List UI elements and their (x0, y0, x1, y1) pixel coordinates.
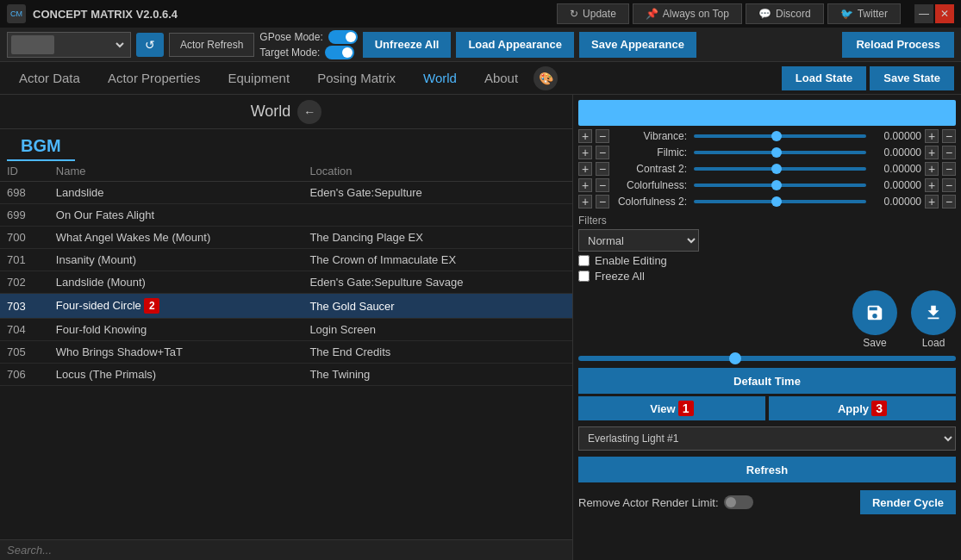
slider-thumb-4[interactable] (771, 196, 782, 207)
time-slider-thumb[interactable] (729, 352, 741, 364)
slider-track-1[interactable] (694, 151, 866, 154)
save-button[interactable] (852, 290, 897, 335)
slider-track-0[interactable] (694, 134, 866, 138)
palette-icon[interactable]: 🎨 (534, 66, 558, 90)
table-row[interactable]: 699 On Our Fates Alight (0, 204, 572, 227)
bgm-table: ID Name Location 698 Landslide Eden's Ga… (0, 161, 572, 539)
freeze-all-label: Freeze All (595, 270, 645, 283)
load-button[interactable] (911, 290, 956, 335)
close-button[interactable]: ✕ (935, 4, 954, 23)
enable-editing-checkbox[interactable] (578, 255, 590, 266)
slider-track-3[interactable] (694, 184, 866, 187)
slider-inc-0[interactable]: + (925, 129, 939, 143)
slider-dec-0[interactable]: − (942, 129, 956, 143)
slider-dec-4[interactable]: − (942, 195, 956, 208)
minimize-button[interactable]: — (914, 4, 933, 23)
back-button[interactable]: ← (297, 100, 321, 124)
slider-row-3: + − Colorfulness: 0.00000 + − (578, 178, 956, 192)
refresh-icon-button[interactable]: ↺ (136, 33, 164, 57)
load-state-button[interactable]: Load State (782, 66, 866, 90)
save-state-button[interactable]: Save State (870, 66, 954, 90)
everlasting-select[interactable]: Everlasting Light #1 (578, 426, 956, 451)
slider-dec-3[interactable]: − (942, 178, 956, 192)
slider-inc-4[interactable]: + (925, 195, 939, 208)
table-row[interactable]: 702 Landslide (Mount) Eden's Gate:Sepult… (0, 271, 572, 294)
cell-name: Who Brings Shadow+TaT (49, 341, 303, 364)
table-row[interactable]: 703 Four-sided Circle 2 The Gold Saucer (0, 294, 572, 319)
actor-refresh-button[interactable]: Actor Refresh (169, 33, 254, 57)
gpose-mode-toggle[interactable] (328, 30, 358, 44)
slider-value-3: 0.00000 (870, 179, 921, 191)
slider-dec-1[interactable]: − (942, 146, 956, 159)
cell-id: 703 (0, 294, 49, 319)
load-appearance-button[interactable]: Load Appearance (456, 32, 574, 58)
search-input[interactable] (7, 544, 179, 557)
render-cycle-button[interactable]: Render Cycle (860, 490, 956, 514)
slider-plus-0[interactable]: + (578, 129, 592, 143)
slider-minus-1[interactable]: − (596, 146, 609, 159)
slider-inc-3[interactable]: + (925, 178, 939, 192)
slider-minus-3[interactable]: − (596, 178, 609, 192)
default-time-button[interactable]: Default Time (578, 368, 956, 394)
view-badge: 1 (678, 401, 694, 416)
slider-minus-2[interactable]: − (596, 162, 609, 176)
render-toggle[interactable] (724, 495, 753, 509)
table-row[interactable]: 704 Four-fold Knowing Login Screen (0, 319, 572, 341)
load-icon (924, 303, 943, 322)
table-row[interactable]: 700 What Angel Wakes Me (Mount) The Danc… (0, 227, 572, 249)
refresh-icon: ↺ (145, 38, 155, 52)
remove-actor-render-label: Remove Actor Render Limit: (578, 496, 719, 509)
discord-button[interactable]: 💬 Discord (746, 3, 824, 24)
save-appearance-button[interactable]: Save Appearance (579, 32, 696, 58)
slider-plus-3[interactable]: + (578, 178, 592, 192)
table-row[interactable]: 705 Who Brings Shadow+TaT The End Credit… (0, 341, 572, 364)
actor-select[interactable] (58, 33, 127, 57)
time-slider[interactable] (578, 356, 956, 361)
update-icon: ↻ (570, 8, 578, 20)
table-row[interactable]: 701 Insanity (Mount) The Crown of Immacu… (0, 249, 572, 271)
tab-world[interactable]: World (411, 65, 469, 90)
state-buttons: Load State Save State (782, 66, 954, 90)
cell-name: Four-sided Circle 2 (49, 294, 303, 319)
cell-location: The Dancing Plage EX (303, 227, 555, 249)
slider-inc-1[interactable]: + (925, 146, 939, 159)
filters-section: Filters Normal Enable Editing Freeze All (573, 211, 961, 289)
update-button[interactable]: ↻ Update (557, 3, 629, 24)
tab-about[interactable]: About (472, 65, 530, 90)
enable-editing-label: Enable Editing (595, 254, 667, 267)
slider-track-4[interactable] (694, 200, 866, 203)
filter-select[interactable]: Normal (578, 229, 699, 252)
slider-plus-2[interactable]: + (578, 162, 592, 176)
slider-minus-0[interactable]: − (596, 129, 609, 143)
freeze-all-checkbox[interactable] (578, 271, 590, 282)
table-row[interactable]: 706 Locus (The Primals) The Twining (0, 364, 572, 386)
tab-actor-data[interactable]: Actor Data (7, 65, 92, 90)
cell-id: 699 (0, 204, 49, 227)
slider-plus-4[interactable]: + (578, 195, 592, 208)
twitter-button[interactable]: 🐦 Twitter (827, 3, 901, 24)
tab-equipment[interactable]: Equipment (215, 65, 302, 90)
titlebar: CM CONCEPT MATRIX V2.0.6.4 ↻ Update 📌 Al… (0, 0, 961, 28)
target-mode-toggle[interactable] (325, 46, 354, 59)
refresh-world-button[interactable]: Refresh (578, 457, 956, 482)
tab-posing-matrix[interactable]: Posing Matrix (305, 65, 408, 90)
slider-thumb-3[interactable] (771, 180, 782, 190)
cell-location: The Gold Saucer (303, 294, 555, 319)
table-row[interactable]: 698 Landslide Eden's Gate:Sepulture (0, 182, 572, 204)
reload-process-button[interactable]: Reload Process (842, 32, 954, 58)
view-button[interactable]: View 1 (578, 396, 765, 420)
slider-minus-4[interactable]: − (596, 195, 609, 208)
unfreeze-all-button[interactable]: Unfreeze All (363, 32, 452, 58)
slider-plus-1[interactable]: + (578, 146, 592, 159)
slider-value-2: 0.00000 (870, 163, 921, 175)
slider-track-2[interactable] (694, 167, 866, 171)
always-on-top-button[interactable]: 📌 Always on Top (633, 3, 742, 24)
tab-actor-properties[interactable]: Actor Properties (96, 65, 213, 90)
apply-button[interactable]: Apply 3 (769, 396, 956, 420)
slider-thumb-0[interactable] (771, 131, 782, 141)
slider-label-0: Vibrance: (613, 130, 690, 142)
slider-thumb-2[interactable] (771, 164, 782, 174)
slider-thumb-1[interactable] (771, 147, 782, 158)
slider-inc-2[interactable]: + (925, 162, 939, 176)
slider-dec-2[interactable]: − (942, 162, 956, 176)
